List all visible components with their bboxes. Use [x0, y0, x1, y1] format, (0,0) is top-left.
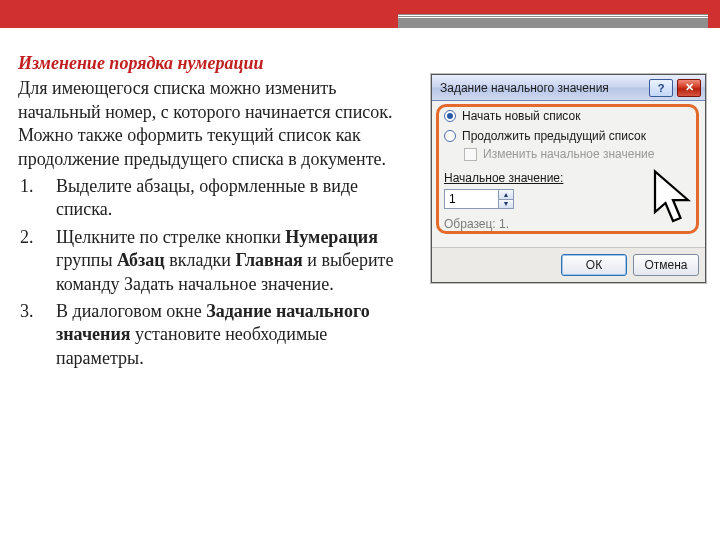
radio-continue-list[interactable]: Продолжить предыдущий список: [438, 125, 699, 145]
spinner-up[interactable]: ▲: [499, 190, 513, 199]
step-2: Щелкните по стрелке кнопки Нумерация гру…: [38, 226, 413, 296]
text-column: Изменение порядка нумерации Для имеющего…: [18, 52, 413, 374]
spinner-down[interactable]: ▼: [499, 199, 513, 209]
close-button[interactable]: ✕: [677, 79, 701, 97]
screenshot-column: Задание начального значения ? ✕ Начать н…: [431, 52, 706, 374]
step-1: Выделите абзацы, оформленные в виде спис…: [38, 175, 413, 222]
sample-preview: Образец: 1.: [438, 215, 699, 239]
dialog-titlebar[interactable]: Задание начального значения ? ✕: [432, 75, 705, 101]
radio-icon: [444, 110, 456, 122]
cancel-button[interactable]: Отмена: [633, 254, 699, 276]
header-stripe: [398, 14, 708, 28]
radio-new-list[interactable]: Начать новый список: [438, 105, 699, 125]
slide-header-bar: [0, 0, 720, 28]
section-title: Изменение порядка нумерации: [18, 52, 413, 75]
start-value-spinner[interactable]: ▲ ▼: [444, 189, 514, 209]
start-value-dialog: Задание начального значения ? ✕ Начать н…: [431, 74, 706, 283]
radio-icon: [444, 130, 456, 142]
change-start-label: Изменить начальное значение: [483, 147, 654, 161]
dialog-body: Начать новый список Продолжить предыдущи…: [432, 101, 705, 247]
dialog-title-text: Задание начального значения: [440, 81, 645, 95]
content-row: Изменение порядка нумерации Для имеющего…: [0, 28, 720, 384]
checkbox-icon: [464, 148, 477, 161]
change-start-checkbox-row: Изменить начальное значение: [438, 145, 699, 167]
intro-paragraph: Для имеющегося списка можно изменить нач…: [18, 77, 413, 171]
step-3: В диалоговом окне Задание начального зна…: [38, 300, 413, 370]
radio-new-label: Начать новый список: [462, 109, 580, 123]
start-value-label: Начальное значение:: [438, 167, 699, 187]
help-button[interactable]: ?: [649, 79, 673, 97]
radio-continue-label: Продолжить предыдущий список: [462, 129, 646, 143]
steps-list: Выделите абзацы, оформленные в виде спис…: [18, 175, 413, 370]
dialog-button-row: ОК Отмена: [432, 247, 705, 282]
start-value-input[interactable]: [444, 189, 498, 209]
spinner-buttons: ▲ ▼: [498, 189, 514, 209]
ok-button[interactable]: ОК: [561, 254, 627, 276]
